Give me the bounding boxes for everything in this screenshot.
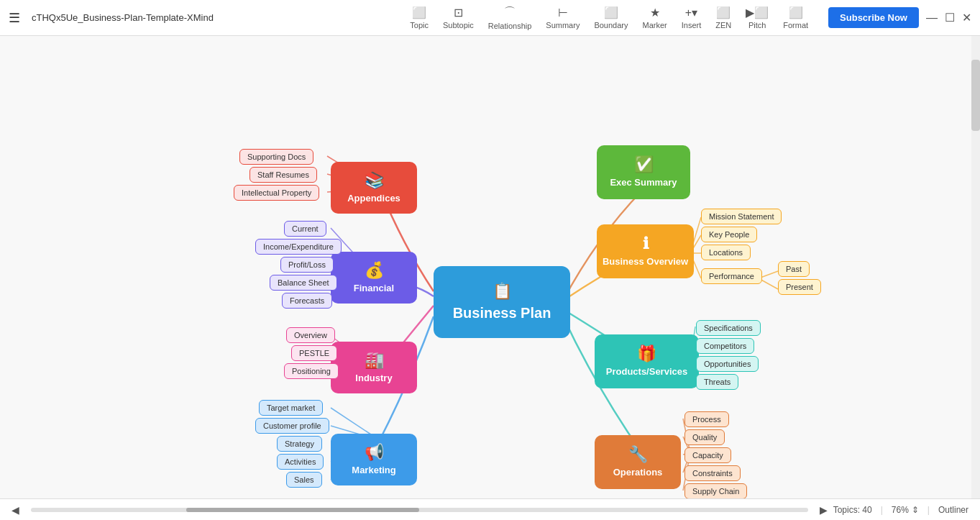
topics-count: Topics: 40 — [833, 505, 872, 515]
sub-supporting-docs[interactable]: Supporting Docs — [239, 149, 313, 165]
customer-profile-label: Customer profile — [263, 421, 321, 430]
scroll-left-button[interactable]: ◀ — [12, 504, 19, 516]
toolbar-relationship-label: Relationship — [488, 22, 532, 30]
sub-locations[interactable]: Locations — [701, 245, 751, 260]
branch-industry[interactable]: 🏭 Industry — [331, 342, 417, 393]
sub-specifications[interactable]: Specifications — [696, 320, 761, 336]
industry-icon: 🏭 — [365, 351, 384, 370]
menu-icon[interactable]: ☰ — [9, 10, 20, 26]
threats-label: Threats — [704, 378, 731, 386]
branch-business-overview[interactable]: ℹ Business Overview — [597, 224, 694, 278]
zoom-level: 76% — [892, 505, 909, 515]
branch-financial[interactable]: 💰 Financial — [331, 252, 417, 304]
toolbar-topic[interactable]: ⬜ Topic — [410, 6, 429, 29]
sub-target-market[interactable]: Target market — [259, 400, 323, 416]
sub-current[interactable]: Current — [284, 221, 326, 237]
sub-process[interactable]: Process — [684, 411, 729, 427]
branch-exec-summary[interactable]: ✅ Exec Summary — [597, 145, 690, 199]
toolbar-summary-label: Summary — [546, 21, 580, 29]
toolbar-relationship[interactable]: ⌒ Relationship — [488, 5, 532, 30]
toolbar-boundary-label: Boundary — [594, 21, 628, 29]
statusbar-divider2: | — [928, 505, 930, 515]
operations-label: Operations — [613, 467, 663, 479]
outliner-label[interactable]: Outliner — [938, 505, 968, 515]
intellectual-property-label: Intellectual Property — [242, 188, 311, 197]
branch-operations[interactable]: 🔧 Operations — [595, 435, 681, 489]
sub-capacity[interactable]: Capacity — [684, 447, 731, 463]
opportunities-label: Opportunities — [704, 360, 751, 368]
sub-opportunities[interactable]: Opportunities — [696, 356, 759, 372]
window-controls: Subscribe Now — ☐ ✕ — [820, 7, 971, 28]
supply-chain-label: Supply Chain — [692, 487, 739, 496]
sub-threats[interactable]: Threats — [696, 374, 738, 390]
constraints-label: Constraints — [692, 469, 733, 478]
center-node-label: Business Plan — [453, 304, 551, 322]
capacity-label: Capacity — [692, 451, 723, 460]
subscribe-button[interactable]: Subscribe Now — [828, 7, 919, 28]
scroll-right-button[interactable]: ▶ — [820, 504, 828, 516]
sub-supply-chain[interactable]: Supply Chain — [684, 483, 747, 499]
sub-overview[interactable]: Overview — [286, 327, 335, 343]
toolbar-subtopic[interactable]: ⊡ Subtopic — [443, 6, 474, 29]
positioning-label: Positioning — [292, 367, 331, 375]
toolbar-marker-label: Marker — [642, 21, 667, 29]
sub-forecasts[interactable]: Forecasts — [282, 293, 332, 309]
sub-profit-loss[interactable]: Profit/Loss — [280, 257, 334, 273]
toolbar-format[interactable]: ⬜ Format — [783, 6, 808, 29]
toolbar-marker[interactable]: ★ Marker — [642, 6, 667, 29]
appendices-icon: 📚 — [365, 171, 384, 190]
vertical-scrollbar-thumb[interactable] — [971, 60, 980, 131]
minimize-icon[interactable]: — — [926, 12, 938, 24]
center-node-business-plan[interactable]: 📋 Business Plan — [434, 266, 570, 338]
performance-label: Performance — [709, 272, 754, 280]
branch-marketing[interactable]: 📢 Marketing — [331, 434, 417, 485]
sub-sales[interactable]: Sales — [286, 472, 322, 488]
exec-summary-label: Exec Summary — [610, 177, 677, 189]
overview-label: Overview — [294, 331, 327, 339]
toolbar-subtopic-label: Subtopic — [443, 21, 474, 29]
branch-products-services[interactable]: 🎁 Products/Services — [595, 334, 699, 388]
sub-balance-sheet[interactable]: Balance Sheet — [270, 275, 337, 291]
financial-icon: 💰 — [365, 261, 384, 280]
toolbar-pitch[interactable]: ▶⬜ Pitch — [746, 6, 769, 29]
target-market-label: Target market — [267, 403, 315, 412]
sub-past[interactable]: Past — [778, 261, 810, 277]
horizontal-scrollbar-thumb[interactable] — [186, 508, 419, 512]
maximize-icon[interactable]: ☐ — [945, 11, 955, 24]
zoom-arrows[interactable]: ⇕ — [912, 505, 919, 515]
sub-activities[interactable]: Activities — [277, 454, 324, 470]
sub-pestle[interactable]: PESTLE — [291, 345, 337, 361]
sub-mission-statement[interactable]: Mission Statement — [701, 209, 782, 224]
close-icon[interactable]: ✕ — [962, 11, 971, 24]
sub-strategy[interactable]: Strategy — [277, 436, 322, 452]
operations-icon: 🔧 — [628, 445, 648, 464]
sales-label: Sales — [294, 475, 314, 484]
sub-staff-resumes[interactable]: Staff Resumes — [249, 167, 317, 183]
marketing-icon: 📢 — [365, 443, 384, 462]
toolbar-topic-label: Topic — [410, 21, 429, 29]
toolbar-insert[interactable]: +▾ Insert — [682, 6, 702, 29]
relationship-icon: ⌒ — [504, 5, 516, 20]
activities-label: Activities — [285, 457, 316, 466]
horizontal-scrollbar-track[interactable] — [31, 508, 808, 512]
vertical-scrollbar[interactable] — [971, 36, 980, 511]
sub-key-people[interactable]: Key People — [701, 227, 757, 242]
zen-icon: ⬜ — [716, 6, 731, 19]
toolbar-zen[interactable]: ⬜ ZEN — [715, 6, 731, 29]
sub-positioning[interactable]: Positioning — [284, 363, 339, 379]
sub-competitors[interactable]: Competitors — [696, 338, 754, 354]
statusbar: ◀ ▶ Topics: 40 | 76% ⇕ | Outliner — [0, 498, 980, 520]
sub-customer-profile[interactable]: Customer profile — [255, 418, 329, 434]
sub-constraints[interactable]: Constraints — [684, 465, 741, 481]
process-label: Process — [692, 415, 721, 424]
sub-performance[interactable]: Performance — [701, 268, 762, 284]
sub-income-expenditure[interactable]: Income/Expenditure — [255, 239, 342, 255]
sub-present[interactable]: Present — [778, 279, 821, 295]
toolbar-summary[interactable]: ⊢ Summary — [546, 6, 580, 29]
key-people-label: Key People — [709, 230, 749, 239]
branch-appendices[interactable]: 📚 Appendices — [331, 162, 417, 214]
sub-intellectual-property[interactable]: Intellectual Property — [234, 185, 319, 201]
toolbar-boundary[interactable]: ⬜ Boundary — [594, 6, 628, 29]
sub-quality[interactable]: Quality — [684, 429, 725, 445]
toolbar: ⬜ Topic ⊡ Subtopic ⌒ Relationship ⊢ Summ… — [410, 5, 808, 30]
